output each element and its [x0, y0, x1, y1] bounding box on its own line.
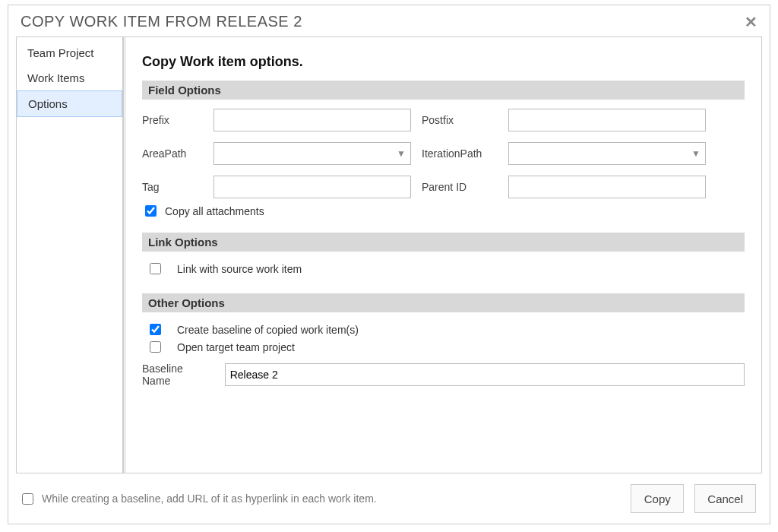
cancel-button[interactable]: Cancel [694, 484, 756, 513]
baseline-name-input[interactable] [225, 363, 745, 386]
copy-attachments-row: Copy all attachments [142, 203, 745, 219]
sidebar-item-options[interactable]: Options [17, 90, 122, 117]
open-target-row: Open target team project [147, 339, 745, 355]
dialog-header: COPY WORK ITEM FROM RELEASE 2 ✕ [8, 5, 770, 36]
tag-input[interactable] [213, 176, 411, 198]
areapath-label: AreaPath [142, 147, 203, 160]
link-source-checkbox[interactable] [150, 263, 161, 274]
baseline-name-label: Baseline Name [142, 363, 214, 387]
create-baseline-label: Create baseline of copied work item(s) [177, 324, 359, 336]
open-target-checkbox[interactable] [150, 341, 161, 353]
page-title: Copy Work item options. [142, 54, 745, 70]
sidebar: Team Project Work Items Options [17, 37, 123, 473]
iterationpath-combo[interactable]: ▼ [508, 142, 706, 165]
copy-attachments-checkbox[interactable] [145, 205, 157, 217]
close-icon[interactable]: ✕ [745, 14, 758, 30]
footer-hyperlink-checkbox[interactable] [22, 493, 33, 505]
chevron-down-icon: ▼ [691, 148, 701, 159]
create-baseline-row: Create baseline of copied work item(s) [147, 321, 745, 337]
parentid-input[interactable] [508, 176, 706, 198]
prefix-label: Prefix [142, 114, 203, 126]
dialog-title: COPY WORK ITEM FROM RELEASE 2 [21, 13, 302, 30]
footer-buttons: Copy Cancel [631, 484, 756, 513]
link-source-label: Link with source work item [177, 263, 302, 275]
create-baseline-checkbox[interactable] [150, 324, 161, 335]
footer-hyperlink-row: While creating a baseline, add URL of it… [19, 491, 377, 507]
sidebar-item-work-items[interactable]: Work Items [17, 65, 122, 90]
footer-hyperlink-label: While creating a baseline, add URL of it… [42, 492, 377, 505]
main-panel: Copy Work item options. Field Options Pr… [125, 37, 761, 473]
postfix-input[interactable] [508, 109, 706, 131]
prefix-input[interactable] [213, 109, 411, 131]
section-link-options: Link Options [142, 233, 745, 252]
other-options-checks: Create baseline of copied work item(s) O… [147, 321, 745, 355]
baseline-name-row: Baseline Name [142, 363, 745, 387]
chevron-down-icon: ▼ [397, 148, 406, 159]
copy-workitem-dialog: COPY WORK ITEM FROM RELEASE 2 ✕ Team Pro… [8, 5, 770, 524]
tag-label: Tag [142, 181, 203, 193]
copy-button[interactable]: Copy [631, 484, 684, 513]
section-other-options: Other Options [142, 293, 745, 312]
section-field-options: Field Options [142, 81, 745, 100]
field-options-grid: Prefix Postfix AreaPath ▼ IterationPath … [142, 109, 745, 198]
areapath-combo[interactable]: ▼ [213, 142, 411, 165]
dialog-footer: While creating a baseline, add URL of it… [8, 473, 770, 524]
open-target-label: Open target team project [177, 341, 295, 353]
copy-attachments-label: Copy all attachments [165, 205, 264, 217]
parentid-label: Parent ID [422, 181, 498, 193]
iterationpath-label: IterationPath [422, 147, 498, 160]
dialog-body: Team Project Work Items Options Copy Wor… [16, 36, 762, 473]
sidebar-item-team-project[interactable]: Team Project [17, 40, 122, 65]
postfix-label: Postfix [422, 114, 498, 126]
link-source-row: Link with source work item [147, 261, 745, 277]
